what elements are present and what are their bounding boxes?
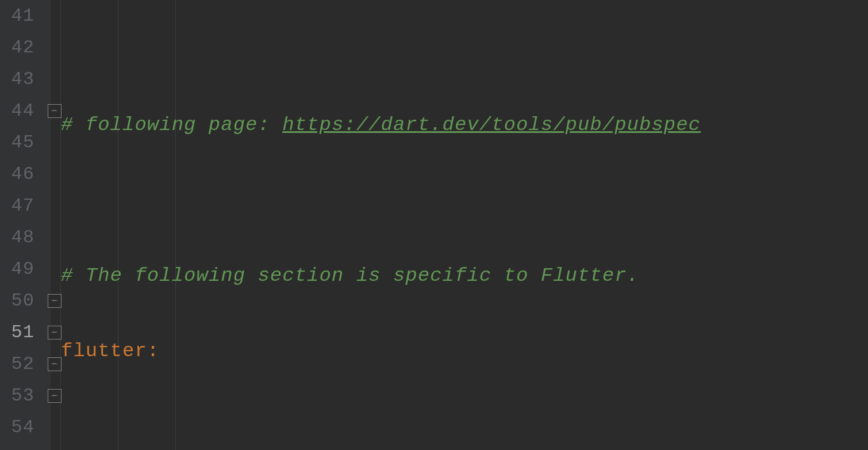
line-number[interactable]: 48 <box>0 222 51 253</box>
comment-url[interactable]: https://dart.dev/tools/pub/pubspec <box>282 114 701 136</box>
fold-toggle-icon[interactable]: − <box>48 294 62 308</box>
code-line[interactable]: # following page: https://dart.dev/tools… <box>61 109 868 141</box>
line-number[interactable]: 41 <box>0 0 51 32</box>
line-number[interactable]: 44 <box>0 95 51 127</box>
comment-text: # following page: <box>61 114 282 136</box>
line-number[interactable]: 47 <box>0 190 51 222</box>
line-number[interactable]: 54 <box>0 411 51 443</box>
fold-toggle-icon[interactable]: − <box>48 326 62 340</box>
yaml-key: flutter <box>61 340 147 362</box>
line-number[interactable]: 42 <box>0 32 51 63</box>
code-line[interactable] <box>61 411 868 443</box>
colon: : <box>147 340 159 362</box>
fold-toggle-icon[interactable]: − <box>48 104 62 118</box>
line-number[interactable]: 49 <box>0 253 51 285</box>
code-editor[interactable]: 41 42 43 44 45 46 47 48 49 50 51 52 53 5… <box>0 0 868 450</box>
fold-toggle-icon[interactable]: − <box>48 389 62 403</box>
line-number[interactable]: 55 <box>0 443 51 450</box>
line-number[interactable]: 46 <box>0 158 51 190</box>
code-line[interactable]: # The following section is specific to F… <box>61 260 868 292</box>
code-line[interactable] <box>61 185 868 216</box>
comment-text: # The following section is specific to F… <box>61 265 639 287</box>
code-area[interactable]: # following page: https://dart.dev/tools… <box>61 0 868 450</box>
line-number-active[interactable]: 51 <box>0 316 51 348</box>
fold-gutter[interactable]: − − − − − <box>51 0 61 450</box>
line-number[interactable]: 50 <box>0 285 51 316</box>
line-number[interactable]: 53 <box>0 380 51 411</box>
line-number[interactable]: 45 <box>0 127 51 158</box>
fold-toggle-icon[interactable]: − <box>48 357 62 371</box>
line-number[interactable]: 43 <box>0 63 51 95</box>
code-line[interactable]: flutter: <box>61 335 868 367</box>
line-number-gutter[interactable]: 41 42 43 44 45 46 47 48 49 50 51 52 53 5… <box>0 0 51 450</box>
line-number[interactable]: 52 <box>0 348 51 380</box>
